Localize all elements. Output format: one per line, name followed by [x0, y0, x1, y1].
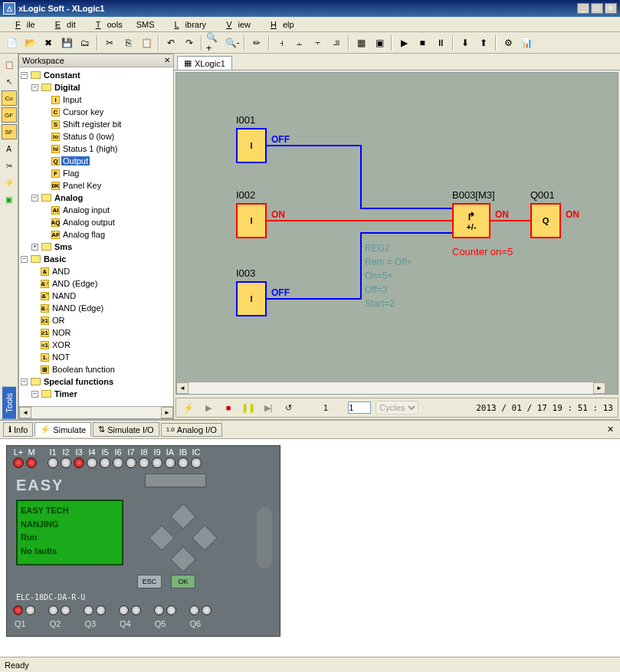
plc-output-led[interactable]: [131, 605, 141, 615]
plc-input-led-L+[interactable]: [13, 457, 24, 468]
menu-help[interactable]: Help: [258, 18, 300, 31]
sim-stop-icon[interactable]: ■: [221, 401, 236, 415]
menu-sms[interactable]: SMS: [130, 18, 161, 31]
save-all-button[interactable]: 🗂: [77, 34, 93, 51]
tree-item-input[interactable]: IInput: [21, 93, 172, 106]
tree-item-sms[interactable]: +Sms: [21, 241, 172, 253]
close-doc-button[interactable]: ✖: [40, 34, 57, 51]
paste-button[interactable]: 📋: [138, 34, 155, 51]
plc-input-led-I5[interactable]: [100, 457, 110, 468]
sim-step-icon[interactable]: ▶|: [261, 401, 276, 415]
menu-file[interactable]: File: [3, 18, 41, 31]
plc-output-led[interactable]: [96, 605, 106, 615]
download-button[interactable]: ⬇: [457, 34, 474, 51]
tree-item-analog-flag[interactable]: AFAnalog flag: [21, 228, 172, 241]
grid-button[interactable]: ▦: [353, 34, 369, 51]
constant-tool-icon[interactable]: Co: [2, 90, 17, 106]
tree-item-not[interactable]: 1.NOT: [21, 351, 172, 363]
doc-tab-xlogic1[interactable]: ▦ XLogic1: [177, 56, 232, 70]
plc-output-led[interactable]: [84, 605, 93, 615]
undo-button[interactable]: ↶: [162, 34, 179, 51]
expander-icon[interactable]: −: [21, 72, 28, 79]
plc-input-led-I4[interactable]: [87, 457, 97, 468]
block-b003[interactable]: ↱+/-: [452, 203, 490, 238]
tab-simulate[interactable]: ⚡Simulate: [34, 422, 91, 437]
tree-item-digital[interactable]: −Digital: [21, 81, 172, 93]
tree-item-and[interactable]: &AND: [21, 265, 172, 277]
run-button[interactable]: ▶: [395, 34, 412, 51]
plc-input-led-IC[interactable]: [191, 457, 202, 468]
plc-output-led[interactable]: [13, 605, 23, 615]
plc-output-led[interactable]: [48, 605, 58, 615]
expander-icon[interactable]: −: [31, 391, 38, 398]
text-tool-icon[interactable]: A: [2, 141, 17, 156]
tree-item-nand[interactable]: &‾NAND: [21, 290, 172, 302]
zoom-out-button[interactable]: 🔍-: [224, 34, 241, 51]
tree-item-analog-input[interactable]: AIAnalog input: [21, 204, 172, 216]
redo-button[interactable]: ↷: [181, 34, 198, 51]
tree-item-nand-edge-[interactable]: &↓NAND (Edge): [21, 302, 172, 314]
open-button[interactable]: 📂: [21, 34, 38, 51]
monitor-button[interactable]: 📊: [518, 34, 535, 51]
tree-item-shift-register-bit[interactable]: SShift register bit: [21, 118, 172, 130]
menu-edit[interactable]: Edit: [43, 18, 82, 31]
tree-item-status-1-high-[interactable]: hiStatus 1 (high): [21, 143, 172, 155]
menu-library[interactable]: Library: [162, 18, 212, 31]
tree-item-constant[interactable]: −Constant: [21, 69, 172, 81]
plc-output-led[interactable]: [61, 605, 71, 615]
workspace-close-icon[interactable]: ✕: [164, 56, 170, 65]
tree-item-output[interactable]: QOutput: [21, 155, 172, 167]
plc-output-led[interactable]: [25, 605, 35, 615]
tree-item-nor[interactable]: ≥1NOR: [21, 326, 172, 339]
menu-tools[interactable]: Tools: [84, 18, 129, 31]
tree-item-cursor-key[interactable]: CCursor key: [21, 106, 172, 118]
plc-input-led-I1[interactable]: [48, 457, 58, 468]
align-top-button[interactable]: ⫟: [310, 34, 326, 51]
expander-icon[interactable]: −: [31, 195, 38, 202]
maximize-button[interactable]: □: [591, 3, 603, 14]
scroll-left-icon[interactable]: ◄: [19, 407, 31, 418]
tree-item-and-edge-[interactable]: &↑AND (Edge): [21, 277, 172, 290]
tree-item-basic[interactable]: −Basic: [21, 253, 172, 265]
diagram-canvas[interactable]: I001 I OFF I002 I ON I003 I OFF B003[M3]…: [176, 72, 618, 395]
expander-icon[interactable]: +: [31, 244, 38, 251]
plc-input-led-M[interactable]: [26, 457, 37, 468]
tab-analog-io[interactable]: 1.0Analog I/O: [161, 423, 222, 437]
function-tree[interactable]: −Constant−DigitalIInputCCursor keySShift…: [19, 67, 173, 406]
minimize-button[interactable]: _: [577, 3, 589, 14]
align-right-button[interactable]: ⫠: [291, 34, 308, 51]
tree-item-analog[interactable]: −Analog: [21, 192, 172, 204]
plc-output-led[interactable]: [202, 605, 212, 615]
sim-play-icon[interactable]: ▶: [201, 401, 216, 415]
new-button[interactable]: 📄: [3, 34, 20, 51]
tree-item-flag[interactable]: FFlag: [21, 167, 172, 179]
tools-tab[interactable]: Tools: [2, 387, 16, 419]
plc-right-button[interactable]: [192, 525, 218, 551]
cut-button[interactable]: ✂: [101, 34, 118, 51]
expander-icon[interactable]: −: [21, 379, 28, 385]
tab-info[interactable]: ℹInfo: [3, 422, 33, 437]
tree-item-status-0-low-[interactable]: loStatus 0 (low): [21, 130, 172, 143]
special-tool-icon[interactable]: SF: [2, 124, 17, 139]
stop-button[interactable]: ■: [414, 34, 431, 51]
snap-button[interactable]: ▣: [371, 34, 388, 51]
block-i001[interactable]: I: [236, 128, 267, 163]
expander-icon[interactable]: −: [21, 256, 28, 263]
sim-pause-icon[interactable]: ❚❚: [241, 401, 256, 415]
plc-input-led-I8[interactable]: [139, 457, 149, 468]
cycles-input[interactable]: [348, 402, 371, 414]
plc-output-led[interactable]: [189, 605, 199, 615]
plc-input-led-I3[interactable]: [74, 457, 84, 468]
plc-output-led[interactable]: [119, 605, 129, 615]
plc-down-button[interactable]: [170, 546, 196, 572]
plc-input-led-IA[interactable]: [165, 457, 176, 468]
block-i002[interactable]: I: [236, 203, 267, 238]
sim-power-icon[interactable]: ⚡: [181, 401, 196, 415]
plc-up-button[interactable]: [170, 503, 196, 529]
plc-input-led-I2[interactable]: [61, 457, 71, 468]
plc-input-led-I9[interactable]: [152, 457, 162, 468]
block-i003[interactable]: I: [236, 281, 267, 316]
plc-input-led-I7[interactable]: [126, 457, 136, 468]
sim-reset-icon[interactable]: ↺: [280, 401, 296, 415]
plc-left-button[interactable]: [149, 525, 175, 551]
